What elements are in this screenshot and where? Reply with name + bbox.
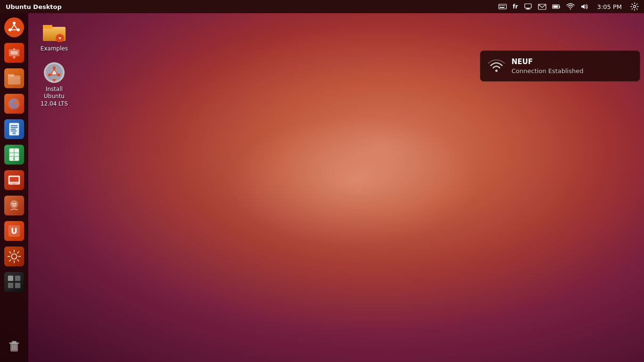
notification-popup: NEUF Connection Established (480, 50, 640, 82)
examples-label: Examples (41, 45, 68, 53)
svg-rect-20 (10, 51, 17, 55)
svg-rect-39 (10, 177, 19, 181)
wifi-panel-icon[interactable] (565, 0, 576, 13)
lang-label: fr (512, 3, 518, 10)
svg-text:W: W (12, 132, 16, 135)
desktop-icon-install-ubuntu[interactable]: Install Ubuntu 12.04 LTS (35, 59, 73, 110)
svg-point-16 (13, 22, 16, 25)
network-icon[interactable] (522, 0, 534, 13)
svg-rect-29 (10, 127, 17, 128)
system-menu-icon[interactable] (629, 0, 640, 13)
svg-rect-0 (499, 4, 506, 9)
panel-right: fr (497, 0, 640, 13)
clock-time: 3:05 PM (594, 3, 625, 10)
launcher-files[interactable] (2, 66, 26, 90)
notification-wifi-icon (488, 58, 505, 74)
svg-rect-5 (525, 4, 531, 8)
notification-subtitle: Connection Established (512, 67, 632, 74)
launcher-calc[interactable]: C (2, 142, 26, 167)
svg-text:U: U (11, 226, 17, 236)
svg-point-47 (11, 254, 17, 259)
svg-rect-4 (500, 7, 504, 8)
desktop-icon-examples[interactable]: Examples (35, 19, 73, 55)
launcher-gimp[interactable] (2, 193, 26, 218)
clock-display[interactable]: 3:05 PM (593, 0, 626, 13)
svg-rect-24 (8, 74, 14, 77)
svg-rect-6 (527, 8, 529, 9)
svg-text:I: I (14, 183, 15, 186)
svg-rect-23 (8, 75, 20, 84)
install-ubuntu-label: Install Ubuntu 12.04 LTS (37, 86, 71, 108)
panel-title: Ubuntu Desktop (4, 3, 62, 10)
svg-point-21 (13, 56, 16, 59)
svg-rect-3 (504, 5, 504, 6)
launcher-trash[interactable] (2, 334, 26, 358)
svg-rect-50 (8, 283, 13, 288)
battery-icon[interactable] (551, 0, 562, 13)
svg-point-43 (12, 203, 14, 205)
svg-point-70 (495, 70, 498, 72)
svg-rect-48 (8, 276, 13, 281)
svg-rect-7 (526, 9, 530, 9)
svg-rect-60 (43, 25, 52, 29)
lang-indicator[interactable]: fr (511, 0, 519, 13)
mail-icon[interactable] (537, 0, 548, 13)
svg-rect-1 (500, 5, 501, 6)
svg-rect-49 (15, 276, 20, 281)
launcher-ubuntu-logo[interactable] (2, 15, 26, 40)
launcher: W C I (0, 13, 28, 362)
svg-rect-10 (559, 6, 560, 8)
svg-rect-54 (12, 341, 16, 343)
launcher-firefox[interactable] (2, 91, 26, 116)
svg-rect-2 (502, 5, 503, 6)
svg-rect-30 (10, 129, 16, 130)
examples-folder-icon (43, 21, 66, 43)
svg-rect-22 (13, 49, 15, 50)
keyboard-icon[interactable] (497, 0, 508, 13)
top-panel: Ubuntu Desktop fr (0, 0, 644, 13)
svg-rect-11 (553, 6, 558, 8)
svg-rect-28 (10, 125, 17, 126)
launcher-uscan[interactable] (2, 41, 26, 65)
launcher-ubuntu-one[interactable]: U (2, 219, 26, 243)
launcher-impress[interactable]: I (2, 168, 26, 192)
launcher-writer[interactable]: W (2, 117, 26, 141)
svg-marker-13 (581, 4, 585, 9)
svg-point-42 (10, 200, 18, 208)
launcher-workspace-switcher[interactable] (2, 270, 26, 294)
svg-point-66 (53, 66, 56, 69)
svg-point-12 (570, 8, 570, 9)
svg-point-65 (52, 70, 57, 75)
svg-text:C: C (13, 157, 16, 161)
desktop-icons: Examples Install Ubuntu 1 (35, 19, 73, 114)
notification-text: NEUF Connection Established (512, 58, 632, 74)
install-ubuntu-icon (43, 61, 66, 84)
launcher-system-settings[interactable] (2, 244, 26, 269)
svg-rect-51 (15, 283, 20, 288)
notification-title: NEUF (512, 58, 632, 66)
svg-point-14 (634, 6, 636, 8)
svg-point-44 (15, 203, 17, 205)
desktop: Ubuntu Desktop fr (0, 0, 644, 362)
volume-icon[interactable] (579, 0, 590, 13)
